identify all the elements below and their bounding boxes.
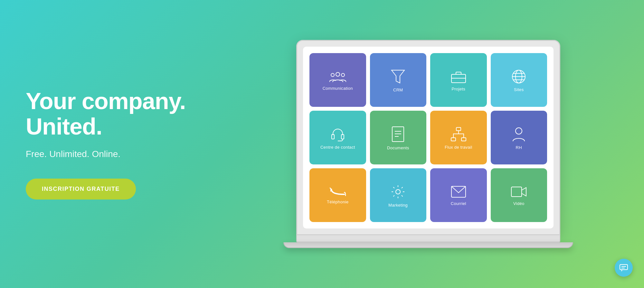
mail-icon [451, 186, 466, 198]
tile-flux[interactable]: Flux de travail [430, 111, 487, 164]
tile-telephonie-label: Téléphonie [327, 200, 348, 204]
hero-title-line1: Your company. [26, 88, 185, 114]
tile-contact-label: Centre de contact [320, 145, 355, 150]
left-panel: Your company. United. Free. Unlimited. O… [0, 88, 225, 200]
tile-marketing[interactable]: Marketing [370, 168, 427, 222]
tile-communication[interactable]: Communication [309, 53, 366, 107]
chat-fab[interactable] [615, 259, 633, 277]
svg-rect-11 [332, 135, 334, 139]
svg-point-21 [516, 128, 522, 134]
laptop-screen-inner: Communication CRM [303, 47, 554, 228]
gear-icon [390, 184, 406, 200]
video-icon [511, 186, 527, 198]
svg-marker-3 [392, 70, 404, 83]
tile-flux-label: Flux de travail [445, 145, 472, 150]
svg-rect-19 [461, 138, 466, 141]
tile-courriel[interactable]: Courriel [430, 168, 487, 222]
svg-rect-24 [511, 187, 522, 197]
workflow-icon [450, 127, 467, 142]
tile-crm[interactable]: CRM [370, 53, 427, 107]
headset-icon [330, 127, 345, 142]
tile-projets[interactable]: Projets [430, 53, 487, 107]
person-icon [512, 126, 526, 142]
tile-contact[interactable]: Centre de contact [309, 111, 366, 164]
svg-rect-25 [620, 265, 628, 270]
hero-container: Your company. United. Free. Unlimited. O… [0, 0, 644, 288]
tile-documents[interactable]: Documents [370, 111, 427, 164]
right-panel: Communication CRM [225, 40, 644, 248]
laptop-mockup: Communication CRM [296, 40, 560, 248]
svg-point-1 [331, 73, 334, 77]
laptop-bottom [283, 242, 573, 248]
laptop-base [296, 235, 560, 242]
tile-courriel-label: Courriel [451, 201, 466, 206]
tile-video[interactable]: Vidéo [491, 168, 547, 222]
tile-rh-label: RH [516, 145, 522, 150]
hero-title: Your company. United. [26, 88, 200, 139]
svg-point-2 [341, 73, 345, 77]
hero-title-line2: United. [26, 114, 102, 139]
svg-point-0 [336, 72, 340, 76]
tile-sites[interactable]: Sites [491, 53, 547, 107]
tile-documents-label: Documents [387, 145, 409, 150]
tile-communication-label: Communication [323, 86, 353, 91]
hero-subtitle: Free. Unlimited. Online. [26, 149, 200, 159]
tile-video-label: Vidéo [513, 201, 525, 206]
tile-crm-label: CRM [393, 88, 403, 92]
svg-rect-18 [451, 138, 456, 141]
svg-rect-12 [341, 135, 344, 139]
globe-icon [511, 69, 526, 84]
svg-point-22 [396, 190, 400, 194]
svg-rect-17 [456, 127, 461, 131]
tile-marketing-label: Marketing [388, 203, 408, 208]
tile-rh[interactable]: RH [491, 111, 547, 164]
funnel-icon [391, 69, 405, 84]
laptop-screen: Communication CRM [296, 40, 560, 235]
tile-projets-label: Projets [451, 87, 465, 91]
phone-icon [329, 187, 346, 196]
document-icon [392, 126, 404, 142]
app-grid: Communication CRM [309, 53, 547, 222]
briefcase-icon [451, 70, 466, 83]
tile-sites-label: Sites [514, 87, 524, 92]
tile-telephonie[interactable]: Téléphonie [309, 168, 366, 222]
cta-button[interactable]: INSCRIPTION GRATUITE [26, 179, 136, 200]
people-icon [329, 70, 346, 83]
